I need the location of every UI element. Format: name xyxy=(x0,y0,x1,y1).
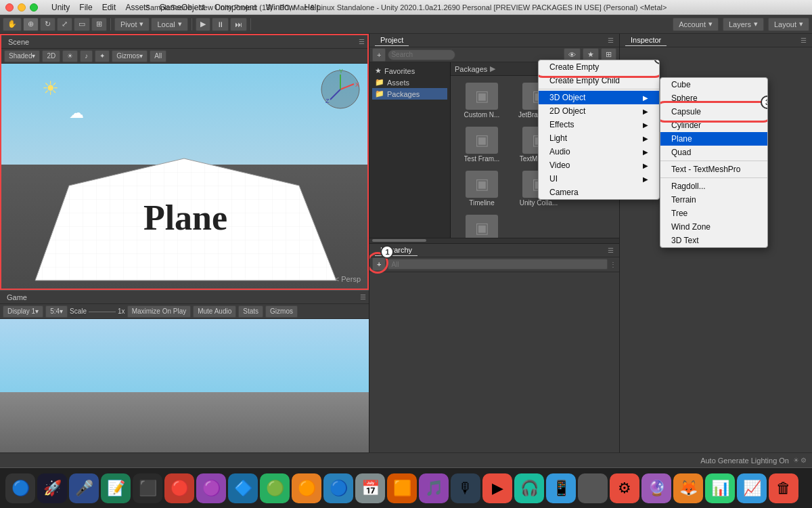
hierarchy-menu-btn[interactable]: ☰ xyxy=(608,247,614,254)
capsule-menu-item[interactable]: Capsule 3 xyxy=(660,105,767,119)
3d-object-menu-item[interactable]: 3D Object ▶ xyxy=(539,91,659,104)
step-button[interactable]: ⏭ xyxy=(230,18,247,31)
dock-app10[interactable]: ▶ xyxy=(482,473,512,503)
video-menu-item[interactable]: Video ▶ xyxy=(539,158,659,172)
dock-app12[interactable]: 📱 xyxy=(546,473,576,503)
multi-tool-button[interactable]: ⊞ xyxy=(91,18,107,31)
project-add-btn[interactable]: + xyxy=(372,48,386,62)
project-item-testframework[interactable]: ▣ Test Fram... xyxy=(455,124,509,165)
rect-tool-button[interactable]: ▭ xyxy=(74,18,90,31)
move-tool-button[interactable]: ⊕ xyxy=(23,18,39,31)
quad-menu-item[interactable]: Quad xyxy=(660,146,767,159)
dock-app5[interactable]: 🟠 xyxy=(292,473,321,503)
hierarchy-add-button[interactable]: + xyxy=(372,257,386,271)
dock-app13[interactable]: 🔮 xyxy=(641,473,671,503)
create-empty-menu-item[interactable]: Create Empty 2 xyxy=(539,60,659,74)
audio-menu-item[interactable]: Audio ▶ xyxy=(539,145,659,158)
dock-app7[interactable]: 🟧 xyxy=(387,473,417,503)
rotate-tool-button[interactable]: ↻ xyxy=(40,18,55,31)
menu-file[interactable]: File xyxy=(79,3,92,12)
project-item-unityui[interactable]: ▣ Unity UI xyxy=(455,212,509,238)
sidebar-packages[interactable]: 📁 Packages xyxy=(372,88,447,100)
scale-tool-button[interactable]: ⤢ xyxy=(57,18,72,31)
lighting-settings-icon[interactable]: ⚙ xyxy=(800,457,807,464)
close-button[interactable] xyxy=(5,3,14,12)
audio-button[interactable]: ♪ xyxy=(80,50,93,62)
dock-siri[interactable]: 🎤 xyxy=(69,473,99,503)
menu-unity[interactable]: Unity xyxy=(51,3,70,12)
cube-menu-item[interactable]: Cube xyxy=(660,78,767,91)
dock-trash[interactable]: 🗑 xyxy=(769,473,798,503)
dock-app14[interactable]: 🦊 xyxy=(673,473,703,503)
dock-app11[interactable]: 🎧 xyxy=(514,473,544,503)
project-search-input[interactable] xyxy=(388,49,455,60)
dock-app1[interactable]: 🔴 xyxy=(164,473,194,503)
layout-dropdown[interactable]: Layout ▾ xyxy=(768,18,809,31)
dock-calendar[interactable]: 📅 xyxy=(355,473,385,503)
ui-menu-item[interactable]: UI ▶ xyxy=(539,172,659,186)
lighting-icon[interactable]: ☀ xyxy=(793,457,799,464)
dock-notes[interactable]: 📝 xyxy=(101,473,131,503)
game-gizmos-button[interactable]: Gizmos xyxy=(265,305,298,318)
inspector-menu-btn[interactable]: ☰ xyxy=(800,37,807,44)
terrain-menu-item[interactable]: Terrain xyxy=(660,193,767,207)
text-textmeshpro-menu-item[interactable]: Text - TextMeshPro xyxy=(660,163,767,176)
2d-button[interactable]: 2D xyxy=(42,50,60,62)
dock-app16[interactable]: 📈 xyxy=(737,473,767,503)
maximize-on-play-button[interactable]: Maximize On Play xyxy=(127,305,191,318)
dock-app6[interactable]: 🔵 xyxy=(323,473,353,503)
light-menu-item[interactable]: Light ▶ xyxy=(539,131,659,145)
3d-text-menu-item[interactable]: 3D Text xyxy=(660,234,767,247)
dock-app4[interactable]: 🟢 xyxy=(260,473,290,503)
dock-unity2[interactable]: ⚙ xyxy=(610,473,639,503)
plane-menu-item[interactable]: Plane xyxy=(660,132,767,146)
project-scrollbar[interactable] xyxy=(369,238,619,243)
pause-button[interactable]: ⏸ xyxy=(212,18,229,31)
dock-finder[interactable]: 🔵 xyxy=(5,473,35,503)
play-button[interactable]: ▶ xyxy=(196,18,210,31)
sidebar-favorites[interactable]: ★ Favorites xyxy=(372,65,447,77)
scene-tab[interactable]: Scene xyxy=(4,38,33,46)
display-dropdown[interactable]: Display 1 ▾ xyxy=(3,305,43,318)
hand-tool-button[interactable]: ✋ xyxy=(3,18,22,31)
2d-object-menu-item[interactable]: 2D Object ▶ xyxy=(539,104,659,118)
wind-zone-menu-item[interactable]: Wind Zone xyxy=(660,220,767,234)
sphere-menu-item[interactable]: Sphere xyxy=(660,91,767,105)
dock-unity[interactable]: ⬛ xyxy=(133,473,162,503)
ragdoll-menu-item[interactable]: Ragdoll... xyxy=(660,179,767,193)
lighting-button[interactable]: ☀ xyxy=(62,50,78,62)
project-tab[interactable]: Project xyxy=(375,35,409,46)
effects-menu-item[interactable]: Effects ▶ xyxy=(539,118,659,131)
dock-launchpad[interactable]: 🚀 xyxy=(37,473,67,503)
maximize-button[interactable] xyxy=(30,3,38,12)
packages-tab-label[interactable]: Packages xyxy=(455,65,487,73)
stats-button[interactable]: Stats xyxy=(238,305,263,318)
account-dropdown[interactable]: Account ▾ xyxy=(673,18,719,31)
dock-app2[interactable]: 🟣 xyxy=(196,473,226,503)
menu-edit[interactable]: Edit xyxy=(102,3,116,12)
mute-audio-button[interactable]: Mute Audio xyxy=(193,305,236,318)
create-empty-child-menu-item[interactable]: Create Empty Child xyxy=(539,74,659,87)
game-tab[interactable]: Game xyxy=(3,293,31,301)
local-dropdown[interactable]: Local ▾ xyxy=(151,18,187,31)
project-menu-btn[interactable]: ☰ xyxy=(608,37,614,44)
inspector-tab[interactable]: Inspector xyxy=(625,35,667,46)
all-button[interactable]: All xyxy=(150,50,166,62)
fx-button[interactable]: ✦ xyxy=(95,50,110,62)
sidebar-assets[interactable]: 📁 Assets xyxy=(372,77,447,88)
shading-dropdown[interactable]: Shaded ▾ xyxy=(4,50,40,62)
camera-menu-item[interactable]: Camera xyxy=(539,186,659,199)
cylinder-menu-item[interactable]: Cylinder xyxy=(660,119,767,132)
minimize-button[interactable] xyxy=(18,3,26,12)
scene-gizmo[interactable]: X Y Z xyxy=(320,69,361,110)
aspect-dropdown[interactable]: 5:4 ▾ xyxy=(45,305,68,318)
dock-app15[interactable]: 📊 xyxy=(705,473,735,503)
hierarchy-search-input[interactable] xyxy=(388,259,608,270)
pivot-dropdown[interactable]: Pivot ▾ xyxy=(114,18,150,31)
dock-app8[interactable]: 🎵 xyxy=(419,473,449,503)
hierarchy-options[interactable]: ⋮ xyxy=(610,261,616,268)
project-item-custom[interactable]: ▣ Custom N... xyxy=(455,80,509,121)
layers-dropdown[interactable]: Layers ▾ xyxy=(723,18,764,31)
project-item-timeline[interactable]: ▣ Timeline xyxy=(455,168,509,209)
tree-menu-item[interactable]: Tree xyxy=(660,207,767,220)
